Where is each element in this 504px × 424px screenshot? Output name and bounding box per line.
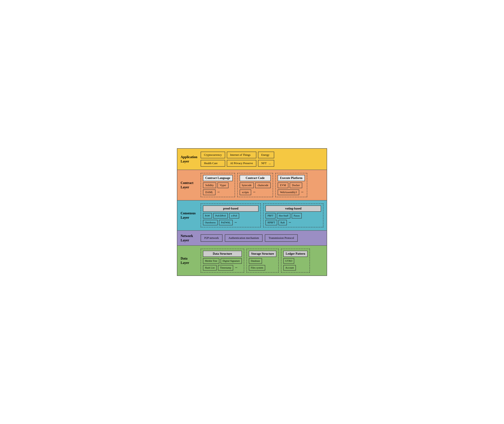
item-transmission: Transmission Protocol (265, 234, 298, 242)
item-epos: e-PoS (229, 213, 239, 218)
item-scripts: scripts (240, 189, 251, 195)
ledger-pattern-title: Ledger Pattern (283, 251, 308, 257)
item-ellipsis-exec: ... (300, 189, 304, 195)
item-digital-signature: Digital Signature (221, 258, 242, 264)
ledger-pattern-group: Ledger Pattern UTXO Account (281, 249, 310, 273)
item-files-system: Files system (249, 265, 265, 271)
item-pow: PoW (203, 213, 212, 218)
item-pos-dpos: PoS/DPoS (213, 213, 228, 218)
contract-language-row1: Solidity Vyper (203, 182, 233, 188)
data-structure-title: Data Structure (203, 251, 242, 257)
contract-language-group: Contract Language Solidity Vyper DAML ..… (201, 173, 235, 197)
network-layer-content: P2P network Authentication mechanism Tra… (201, 234, 323, 242)
data-layer: DataLayer Data Structure Merkle Tree Dig… (177, 246, 327, 275)
execute-platform-row2: WebAssembly3 ... (278, 189, 305, 195)
proof-based-title: proof-based (203, 206, 259, 212)
contract-code-row1: bytecode chaincode (240, 182, 271, 188)
item-database: Database (249, 258, 262, 264)
item-account: Account (283, 265, 296, 271)
item-hash-list: Hash List (203, 265, 217, 271)
network-layer: NetworkLayer P2P network Authentication … (177, 231, 327, 246)
ledger-row1: UTXO (283, 258, 308, 264)
storage-structure-group: Storage Structure Database Files system (247, 249, 279, 273)
item-ellipsis-voting: ... (288, 220, 292, 225)
blockchain-architecture-diagram: ApplicationLayer Cryptocurrency Internet… (177, 148, 327, 276)
voting-based-group: voting-based PBFT Hot-Stuff Paxos RPBFT … (263, 204, 323, 227)
data-structure-row2: Hash List Timestamp ... (203, 265, 242, 271)
execute-platform-group: Execute Platform EVM Docker WebAssembly3… (275, 173, 307, 197)
item-vyper: Vyper (218, 182, 229, 188)
item-pbft: PBFT (266, 213, 275, 218)
item-p2p: P2P network (201, 234, 223, 242)
storage-structure-title: Storage Structure (249, 251, 276, 257)
item-docker: Docker (290, 182, 302, 188)
consensus-layer-content: proof-based PoW PoS/DPoS e-PoS Ouroboros… (201, 204, 323, 227)
voting-based-title: voting-based (266, 206, 321, 212)
item-bytecode: bytecode (240, 182, 254, 188)
item-ellipsis-lang: ... (217, 189, 220, 195)
item-daml: DAML (203, 189, 216, 195)
item-ellipsis-proof: ... (234, 220, 237, 225)
proof-row2: Ouroboros PoEWAL ... (203, 220, 259, 225)
network-layer-label: NetworkLayer (181, 234, 201, 242)
contract-layer-content: Contract Language Solidity Vyper DAML ..… (201, 173, 323, 197)
app-item-cryptocurrency: Cryptocurrency (201, 152, 225, 158)
application-items-grid: Cryptocurrency Internet of Things Energy… (201, 152, 274, 167)
item-solidity: Solidity (203, 182, 216, 188)
contract-code-title: Contract Code (240, 175, 271, 181)
storage-row2: Files system (249, 265, 276, 271)
contract-code-group: Contract Code bytecode chaincode scripts… (237, 173, 273, 197)
item-auth: Authentication mechanism (225, 234, 263, 242)
item-paxos: Paxos (292, 213, 302, 218)
contract-layer: ContractLayer Contract Language Solidity… (177, 170, 327, 200)
item-hotstuff: Hot-Stuff (277, 213, 290, 218)
execute-platform-row1: EVM Docker (278, 182, 305, 188)
item-webassembly: WebAssembly3 (278, 189, 299, 195)
ledger-row2: Account (283, 265, 308, 271)
application-layer-label: ApplicationLayer (181, 155, 201, 163)
proof-based-group: proof-based PoW PoS/DPoS e-PoS Ouroboros… (201, 204, 261, 227)
consensus-layer: ConsensusLayer proof-based PoW PoS/DPoS … (177, 200, 327, 231)
execute-platform-title: Execute Platform (278, 175, 305, 181)
data-layer-label: DataLayer (181, 256, 201, 265)
voting-row2: RPBFT Raft ... (266, 220, 321, 225)
proof-row1: PoW PoS/DPoS e-PoS (203, 213, 259, 218)
contract-layer-label: ContractLayer (181, 181, 201, 189)
item-timestamp: Timestamp (218, 265, 233, 271)
app-item-iot: Internet of Things (227, 152, 256, 158)
contract-code-row2: scripts ... (240, 189, 271, 195)
app-item-nft: NFT ... (258, 160, 274, 167)
app-item-healthcare: Health Care (201, 160, 225, 167)
contract-language-title: Contract Language (203, 175, 233, 181)
storage-row1: Database (249, 258, 276, 264)
item-ellipsis-data: ... (235, 265, 238, 271)
application-layer-content: Cryptocurrency Internet of Things Energy… (201, 152, 323, 167)
app-item-energy: Energy (258, 152, 274, 158)
consensus-layer-label: ConsensusLayer (181, 211, 201, 220)
contract-language-row2: DAML ... (203, 189, 233, 195)
item-utxo: UTXO (283, 258, 294, 264)
app-item-ai-privacy: AI Privacy Preserve (227, 160, 256, 167)
item-poewal: PoEWAL (219, 220, 233, 225)
data-structure-row1: Merkle Tree Digital Signature (203, 258, 242, 264)
data-structure-group: Data Structure Merkle Tree Digital Signa… (201, 249, 244, 273)
item-ouroboros: Ouroboros (203, 220, 218, 225)
voting-row1: PBFT Hot-Stuff Paxos (266, 213, 321, 218)
item-evm: EVM (278, 182, 288, 188)
item-merkle-tree: Merkle Tree (203, 258, 219, 264)
item-chaincode: chaincode (255, 182, 271, 188)
item-raft: Raft (279, 220, 287, 225)
item-ellipsis-code: ... (253, 189, 256, 195)
data-layer-content: Data Structure Merkle Tree Digital Signa… (201, 249, 323, 273)
application-layer: ApplicationLayer Cryptocurrency Internet… (177, 149, 327, 170)
item-rpbft: RPBFT (266, 220, 277, 225)
